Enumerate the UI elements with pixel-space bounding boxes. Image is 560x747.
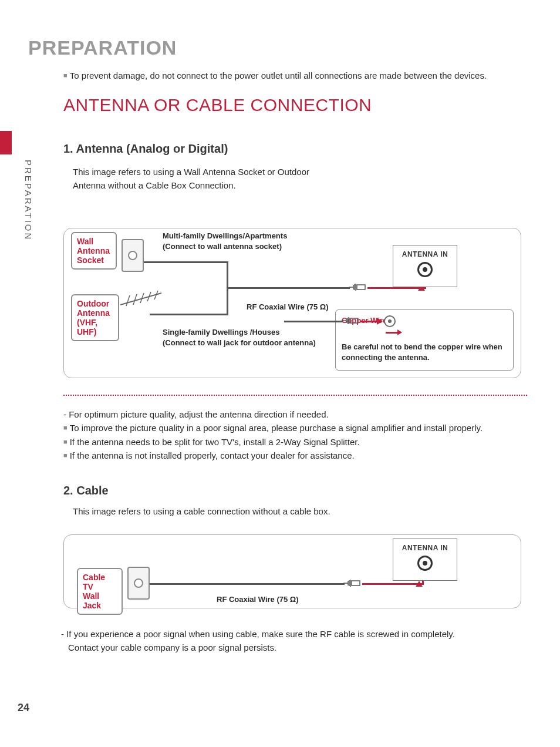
svg-line-2 [133, 294, 137, 305]
note-line: - If you experience a poor signal when u… [61, 627, 455, 641]
antenna-connection-diagram: Wall Antenna Socket Outdoor Antenna (VHF… [63, 228, 521, 378]
outdoor-antenna-label: Outdoor Antenna (VHF, UHF) [71, 294, 119, 341]
single-family-text: Single-family Dwellings /Houses (Connect… [163, 328, 316, 347]
copper-wire-detail-box: Copper Wire Be careful not to bend the c… [335, 309, 514, 371]
bullet-icon: ■ [63, 424, 68, 431]
wall-antenna-socket-text: Wall Antenna Socket [77, 237, 110, 265]
warning-note: ■To prevent damage, do not connect to th… [63, 70, 487, 80]
section-divider [63, 395, 527, 396]
copper-wire-note: Be careful not to bend the copper wire w… [342, 342, 507, 363]
bullet-icon: ■ [63, 452, 68, 459]
page-number: 24 [18, 702, 29, 714]
wall-socket-icon [122, 239, 144, 272]
note-line: ■If the antenna needs to be split for tw… [63, 435, 483, 449]
rf-coaxial-label: RF Coaxial Wire (75 Ω) [217, 595, 299, 604]
note-line: ■To improve the picture quality in a poo… [63, 421, 483, 435]
outdoor-antenna-text: Outdoor Antenna (VHF, UHF) [77, 299, 110, 337]
wire-line [150, 583, 345, 585]
subsection-1-description: This image refers to using a Wall Antenn… [73, 166, 309, 192]
section-title: ANTENNA OR CABLE CONNECTION [63, 95, 372, 115]
page-title: PREPARATION [28, 36, 177, 59]
coax-port-icon [384, 315, 396, 327]
note-line: ■If the antenna is not installed properl… [63, 449, 483, 462]
wire-line [144, 261, 228, 263]
cable-connection-diagram: Cable TV Wall Jack ANTENNA IN RF Coaxial… [63, 534, 521, 608]
subsection-1-heading: 1. Antenna (Analog or Digital) [63, 142, 228, 156]
antenna-in-port: ANTENNA IN [393, 245, 457, 287]
arrow-icon [416, 581, 423, 587]
single-family-label: Single-family Dwellings /Houses (Connect… [163, 327, 316, 348]
antenna-in-label: ANTENNA IN [393, 539, 457, 552]
wire-line-red [367, 287, 426, 289]
note-line: Contact your cable company is a poor sig… [68, 641, 455, 654]
cable-notes: - If you experience a poor signal when u… [61, 627, 455, 655]
rf-coaxial-label: RF Coaxial Wire (75 Ω) [247, 302, 329, 311]
wire-line [227, 287, 350, 289]
arrow-icon [377, 318, 383, 325]
side-label: PREPARATION [23, 160, 33, 241]
copper-wire-arrow [386, 332, 397, 334]
antenna-in-label: ANTENNA IN [393, 245, 457, 258]
bullet-icon: ■ [63, 438, 68, 445]
warning-text: To prevent damage, do not connect to the… [70, 70, 487, 80]
note-line: - For optimum picture quality, adjust th… [63, 408, 483, 421]
wire-line [150, 314, 228, 315]
subsection-2-heading: 2. Cable [63, 484, 109, 497]
desc1-line1: This image refers to using a Wall Antenn… [73, 167, 309, 177]
desc1-line2: Antenna without a Cable Box Connection. [73, 180, 236, 190]
coax-port-icon [417, 262, 433, 277]
note-text: To improve the picture quality in a poor… [70, 423, 483, 433]
wall-antenna-socket-label: Wall Antenna Socket [71, 232, 117, 270]
antenna-in-port: ANTENNA IN [393, 539, 457, 581]
coax-connector-icon [343, 578, 362, 588]
svg-line-1 [126, 295, 130, 306]
wire-line [284, 321, 343, 322]
coax-connector-icon [349, 282, 367, 292]
cable-tv-wall-jack-text: Cable TV Wall Jack [83, 573, 105, 610]
outdoor-antenna-icon [120, 287, 167, 308]
wire-line-red [362, 583, 424, 585]
coax-connector-icon [342, 316, 360, 325]
side-tab [0, 131, 12, 154]
svg-line-0 [120, 293, 161, 305]
note-text: If the antenna is not installed properly… [70, 450, 355, 460]
note-text: If the antenna needs to be split for two… [70, 437, 360, 447]
cable-tv-wall-jack-label: Cable TV Wall Jack [77, 568, 123, 615]
coax-port-icon [417, 556, 433, 571]
multi-family-text: Multi-family Dwellings/Apartments (Conne… [163, 231, 287, 251]
subsection-2-description: This image refers to using a cable conne… [73, 506, 330, 516]
antenna-notes: - For optimum picture quality, adjust th… [63, 408, 483, 462]
bullet-icon: ■ [63, 72, 68, 79]
wall-socket-icon [127, 567, 150, 600]
multi-family-label: Multi-family Dwellings/Apartments (Conne… [163, 231, 287, 251]
